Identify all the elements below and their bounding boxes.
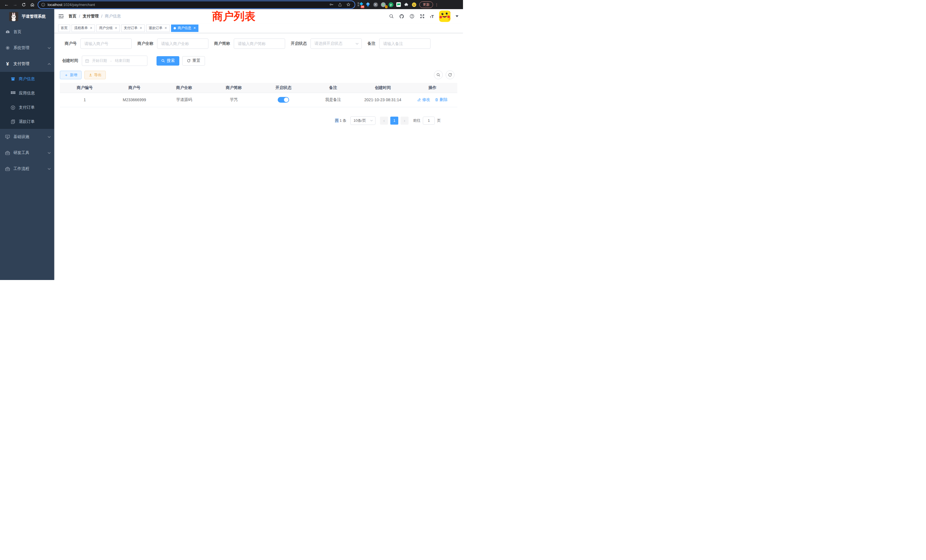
- show-search-toggle-button[interactable]: [434, 70, 443, 79]
- sidebar-item-infra[interactable]: 基础设施: [0, 129, 54, 145]
- tab-process-form[interactable]: 流程表单✕: [71, 24, 95, 32]
- document-icon: [11, 120, 15, 124]
- cell-merchant-id: 1: [60, 93, 109, 107]
- next-page-button[interactable]: ›: [401, 117, 409, 125]
- extensions-row: 10 ⌘ 1 y: [357, 2, 416, 7]
- extension-command-icon[interactable]: ⌘: [373, 2, 378, 7]
- breadcrumb-pay[interactable]: 支付管理: [83, 14, 98, 19]
- password-key-icon[interactable]: [329, 2, 334, 7]
- table-toolbar: ＋ 新增 导出: [60, 70, 457, 79]
- tab-user-group[interactable]: 用户分组✕: [96, 24, 120, 32]
- sidebar-item-dev-tools[interactable]: 研发工具: [0, 145, 54, 161]
- close-icon[interactable]: ✕: [193, 26, 196, 30]
- chrome-update-button[interactable]: 更新: [419, 2, 433, 8]
- create-time-range-picker[interactable]: 开始日期 - 结束日期: [82, 56, 147, 66]
- share-icon[interactable]: [338, 3, 342, 7]
- search-icon[interactable]: [389, 14, 394, 19]
- col-actions: 操作: [408, 83, 457, 93]
- tab-home[interactable]: 首页: [58, 24, 70, 32]
- merchant-table: 商户编号 商户号 商户全称 商户简称 开启状态 备注 创建时间 操作 1 M23…: [60, 83, 457, 107]
- export-button[interactable]: 导出: [85, 71, 106, 79]
- table-row: 1 M233666999 芋道源码 芋艿 我是备注 2021-10-23 08:…: [60, 93, 457, 107]
- browser-reload-icon[interactable]: [20, 1, 28, 8]
- sidebar-item-app-info[interactable]: 应用信息: [0, 86, 54, 100]
- close-icon[interactable]: ✕: [90, 26, 92, 30]
- remark-input[interactable]: [379, 38, 431, 49]
- full-name-input[interactable]: [157, 38, 209, 49]
- calendar-icon: [85, 59, 89, 63]
- status-toggle[interactable]: [278, 97, 289, 103]
- filter-row-1: 商户号 商户全称 商户简称 开启状态 请选择开启状态: [60, 38, 457, 49]
- merchant-no-input[interactable]: [80, 38, 132, 49]
- user-avatar[interactable]: [439, 11, 451, 22]
- active-dot: [174, 27, 176, 29]
- refresh-icon: [448, 73, 452, 77]
- extension-status-icon[interactable]: 1: [381, 2, 386, 7]
- sidebar-item-pay[interactable]: ¥ 支付管理: [0, 56, 54, 72]
- cell-actions: 修改 删除: [408, 93, 457, 107]
- status-select[interactable]: 请选择开启状态: [310, 38, 362, 49]
- edit-link[interactable]: 修改: [418, 97, 430, 102]
- breadcrumb-home[interactable]: 首页: [68, 14, 76, 19]
- bookmark-star-icon[interactable]: [346, 2, 351, 7]
- prev-page-button[interactable]: ‹: [380, 117, 388, 125]
- sidebar-item-pay-order[interactable]: 支付订单: [0, 100, 54, 115]
- browser-home-icon[interactable]: [28, 1, 36, 8]
- tab-merchant-info[interactable]: 商户信息✕: [171, 24, 198, 32]
- browser-back-icon[interactable]: ←: [2, 1, 11, 8]
- col-status: 开启状态: [259, 83, 308, 93]
- browser-forward-icon[interactable]: →: [11, 1, 20, 8]
- chevron-down-icon: [48, 168, 51, 170]
- extension-yudao-icon[interactable]: y: [388, 2, 393, 7]
- extension-kite-icon[interactable]: [365, 2, 370, 7]
- chevron-down-icon: [48, 47, 51, 49]
- address-bar[interactable]: localhost:1024/pay/merchant: [38, 1, 355, 8]
- extension-chat-icon[interactable]: [396, 2, 401, 7]
- tab-refund-order[interactable]: 退款订单✕: [146, 24, 169, 32]
- page-size-select[interactable]: 10条/页: [350, 117, 375, 125]
- sidebar-item-merchant-info[interactable]: 商户信息: [0, 72, 54, 86]
- page-number-1[interactable]: 1: [390, 117, 398, 125]
- close-icon[interactable]: ✕: [165, 26, 167, 30]
- goto-page-input[interactable]: [423, 117, 435, 125]
- delete-link[interactable]: 删除: [435, 97, 448, 102]
- sidebar-item-refund-order[interactable]: 退款订单: [0, 115, 54, 129]
- page-suffix: 页: [437, 118, 441, 123]
- chevron-down-icon: [370, 120, 373, 121]
- sidebar-item-system[interactable]: 系统管理: [0, 40, 54, 56]
- fullscreen-icon[interactable]: [420, 14, 425, 19]
- refresh-table-button[interactable]: [446, 70, 454, 79]
- sidebar-item-workflow[interactable]: 工作流程: [0, 161, 54, 177]
- help-icon[interactable]: [409, 14, 415, 19]
- search-icon: [161, 59, 165, 63]
- status-label: 开启状态: [291, 41, 307, 46]
- search-button[interactable]: 搜索: [156, 56, 179, 65]
- add-button[interactable]: ＋ 新增: [60, 71, 82, 79]
- close-icon[interactable]: ✕: [115, 26, 117, 30]
- extension-puzzle-icon[interactable]: [404, 2, 409, 7]
- extension-tabs-icon[interactable]: 10: [357, 2, 363, 7]
- top-navbar: 首页 / 支付管理 / 商户信息 тT: [54, 9, 463, 23]
- col-full-name: 商户全称: [159, 83, 209, 93]
- close-icon[interactable]: ✕: [139, 26, 142, 30]
- pagination: 共 1 条 10条/页 ‹ 1 › 前往 页: [60, 117, 457, 125]
- extension-emoji-icon[interactable]: [412, 2, 416, 7]
- github-icon[interactable]: [399, 14, 404, 19]
- font-size-icon[interactable]: тT: [430, 14, 434, 19]
- site-info-icon[interactable]: [41, 3, 45, 7]
- app-logo-row[interactable]: 芋道管理系统: [0, 9, 54, 24]
- pencil-icon: [418, 98, 421, 101]
- grid-icon: [11, 91, 15, 96]
- avatar-caret-icon[interactable]: [455, 15, 458, 17]
- cell-remark: 我是备注: [308, 93, 358, 107]
- sidebar-item-home[interactable]: 首页: [0, 24, 54, 40]
- tab-pay-order[interactable]: 支付订单✕: [121, 24, 145, 32]
- col-merchant-id: 商户编号: [60, 83, 109, 93]
- url-text[interactable]: localhost:1024/pay/merchant: [48, 3, 329, 7]
- table-header-row: 商户编号 商户号 商户全称 商户简称 开启状态 备注 创建时间 操作: [60, 83, 457, 93]
- hamburger-icon[interactable]: [58, 14, 64, 19]
- browser-menu-icon[interactable]: ⋮: [435, 3, 437, 7]
- filter-row-2: 创建时间 开始日期 - 结束日期 搜索 重置: [60, 56, 457, 66]
- reset-button[interactable]: 重置: [182, 56, 205, 65]
- short-name-input[interactable]: [234, 38, 285, 49]
